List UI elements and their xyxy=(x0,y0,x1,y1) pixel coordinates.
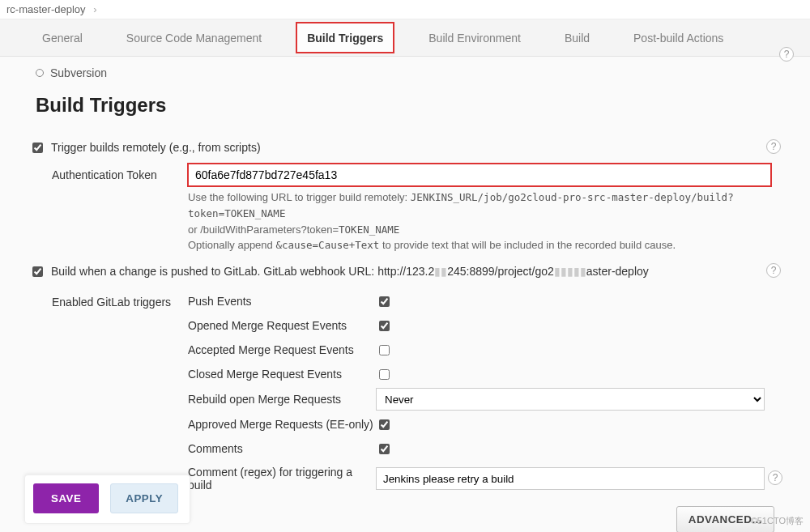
help-icon[interactable]: ? xyxy=(766,139,781,154)
auth-token-hint: Use the following URL to trigger build r… xyxy=(188,189,778,253)
comment-regex-label: Comment (regex) for triggering a build xyxy=(188,462,376,495)
watermark: ©51CTO博客 xyxy=(751,515,804,527)
tab-general[interactable]: General xyxy=(32,19,92,56)
gitlab-trigger-checkbox[interactable] xyxy=(32,266,43,277)
breadcrumb-sep: › xyxy=(88,3,101,15)
save-button[interactable]: SAVE xyxy=(33,483,99,513)
collapsed-prev-label: Subversion xyxy=(50,66,107,79)
tab-bar: General Source Code Management Build Tri… xyxy=(0,19,810,57)
tab-scm[interactable]: Source Code Management xyxy=(117,19,271,56)
collapsed-prev-section[interactable]: Subversion xyxy=(32,63,778,87)
opened-mr-label: Opened Merge Request Events xyxy=(188,316,376,335)
push-events-label: Push Events xyxy=(188,292,376,311)
rebuild-mr-label: Rebuild open Merge Requests xyxy=(188,389,376,409)
auth-token-label: Authentication Token xyxy=(52,164,188,181)
gitlab-trigger-label: Build when a change is pushed to GitLab.… xyxy=(51,265,778,278)
accepted-mr-label: Accepted Merge Request Events xyxy=(188,340,376,360)
approved-mr-label: Approved Merge Requests (EE-only) xyxy=(188,415,376,434)
help-icon[interactable]: ? xyxy=(779,47,794,62)
tab-post-build[interactable]: Post-build Actions xyxy=(624,19,733,56)
auth-token-input[interactable] xyxy=(188,164,771,186)
closed-mr-checkbox[interactable] xyxy=(379,369,390,380)
tab-build-environment[interactable]: Build Environment xyxy=(419,19,531,56)
gitlab-triggers-label: Enabled GitLab triggers xyxy=(52,289,188,309)
radio-icon xyxy=(36,69,44,77)
trigger-remote-checkbox[interactable] xyxy=(32,143,43,153)
help-icon[interactable]: ? xyxy=(766,263,781,278)
trigger-remote-row: Trigger builds remotely (e.g., from scri… xyxy=(32,136,778,159)
push-events-checkbox[interactable] xyxy=(379,296,390,307)
closed-mr-label: Closed Merge Request Events xyxy=(188,364,376,384)
opened-mr-checkbox[interactable] xyxy=(379,321,390,331)
gitlab-trigger-row: Build when a change is pushed to GitLab.… xyxy=(32,260,778,283)
approved-mr-checkbox[interactable] xyxy=(379,419,390,430)
section-title: Build Triggers xyxy=(36,94,778,117)
breadcrumb-item[interactable]: rc-master-deploy xyxy=(6,3,86,15)
accepted-mr-checkbox[interactable] xyxy=(379,345,390,355)
rebuild-mr-select[interactable]: Never xyxy=(376,388,765,411)
comments-label: Comments xyxy=(188,439,376,458)
comment-regex-input[interactable] xyxy=(376,467,765,490)
trigger-remote-label: Trigger builds remotely (e.g., from scri… xyxy=(51,141,778,154)
comments-checkbox[interactable] xyxy=(379,444,390,454)
tab-build[interactable]: Build xyxy=(555,19,599,56)
help-icon[interactable]: ? xyxy=(768,470,782,485)
tab-build-triggers[interactable]: Build Triggers xyxy=(296,22,394,53)
apply-button[interactable]: APPLY xyxy=(110,483,178,513)
breadcrumb: rc-master-deploy › xyxy=(0,0,810,19)
bottom-actions: SAVE APPLY xyxy=(24,475,190,524)
